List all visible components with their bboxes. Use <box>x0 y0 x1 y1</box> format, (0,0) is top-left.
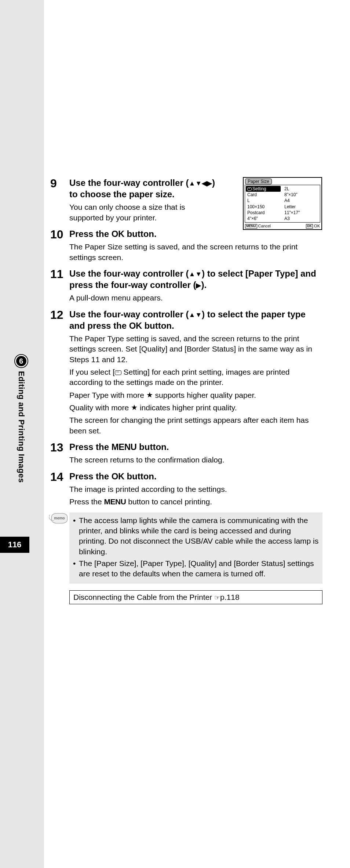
reference-box: Disconnecting the Cable from the Printer… <box>69 590 322 604</box>
arrow-icon: ▶ <box>196 282 201 289</box>
memo-item: The [Paper Size], [Paper Type], [Quality… <box>79 558 319 579</box>
step-description: Paper Type with more ★ supports higher q… <box>69 390 322 400</box>
step-description: The Paper Type setting is saved, and the… <box>69 334 322 365</box>
step-9: 9 Use the four-way controller (▲▼◀▶) to … <box>50 177 322 226</box>
memo-item: The access lamp lights while the camera … <box>79 515 319 557</box>
step-description: Quality with more ★ indicates higher pri… <box>69 403 322 413</box>
step-title: Use the four-way controller (▲▼◀▶) to ch… <box>69 177 216 200</box>
step-11: 11 Use the four-way controller (▲▼) to s… <box>50 268 322 306</box>
step-title: Press the OK button. <box>69 471 322 482</box>
step-10: 10 Press the OK button. The Paper Size s… <box>50 228 322 266</box>
step-description: The Paper Size setting is saved, and the… <box>69 242 322 263</box>
memo-section: memo The access lamp lights while the ca… <box>50 512 322 584</box>
star-icon: ★ <box>131 403 138 411</box>
menu-label: MENU <box>112 442 137 452</box>
arrow-icons: ▲▼ <box>189 270 202 278</box>
page-content: 9 Use the four-way controller (▲▼◀▶) to … <box>0 0 350 868</box>
pointer-icon: ☞ <box>214 594 220 601</box>
step-title: Use the four-way controller (▲▼) to sele… <box>69 309 322 331</box>
step-description: A pull-down menu appears. <box>69 293 322 303</box>
step-number: 9 <box>50 177 69 190</box>
arrow-icons: ▲▼◀▶ <box>189 180 212 187</box>
step-description: The screen for changing the print settin… <box>69 415 322 436</box>
step-title: Press the OK button. <box>69 228 322 239</box>
step-number: 11 <box>50 268 69 281</box>
step-description: If you select [ Setting] for each print … <box>69 367 322 388</box>
ok-label: OK <box>112 229 124 239</box>
step-13: 13 Press the MENU button. The screen ret… <box>50 441 322 468</box>
step-title: Press the MENU button. <box>69 441 322 453</box>
star-icon: ★ <box>146 391 153 399</box>
ok-label: OK <box>112 471 124 481</box>
step-description: The image is printed according to the se… <box>69 484 322 494</box>
arrow-icons: ▲▼ <box>189 311 202 318</box>
step-14: 14 Press the OK button. The image is pri… <box>50 471 322 510</box>
step-number: 13 <box>50 441 69 454</box>
step-number: 10 <box>50 228 69 241</box>
memo-icon: memo <box>51 513 68 523</box>
step-12: 12 Use the four-way controller (▲▼) to s… <box>50 309 322 439</box>
step-description: Press the MENU button to cancel printing… <box>69 497 322 507</box>
step-description: The screen returns to the confirmation d… <box>69 455 322 465</box>
ok-label: OK <box>129 321 142 331</box>
menu-label: MENU <box>104 497 126 506</box>
step-title: Use the four-way controller (▲▼) to sele… <box>69 268 322 291</box>
step-number: 12 <box>50 309 69 321</box>
printer-icon <box>115 370 121 375</box>
step-number: 14 <box>50 471 69 483</box>
memo-box: The access lamp lights while the camera … <box>69 512 322 584</box>
step-description: You can only choose a size that is suppo… <box>69 202 216 223</box>
